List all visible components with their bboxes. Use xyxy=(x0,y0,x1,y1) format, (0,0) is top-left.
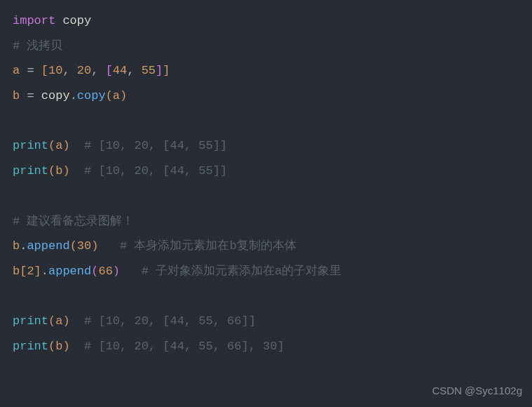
comment-output: # [10, 20, [44, 55, 66]] xyxy=(70,314,256,328)
watermark: CSDN @Syc1102g xyxy=(432,380,522,402)
builtin-print: print xyxy=(13,139,48,152)
paren-open: ( xyxy=(48,139,55,152)
code-line-blank xyxy=(13,184,519,209)
keyword-import: import xyxy=(13,14,55,27)
comment-shallow: # 浅拷贝 xyxy=(13,39,62,53)
code-line-7: print(b) # [10, 20, [44, 55]] xyxy=(13,159,519,184)
paren-close: ) xyxy=(91,239,98,253)
arg-a: a xyxy=(113,89,120,102)
paren-open: ( xyxy=(48,314,55,328)
dot: . xyxy=(41,265,48,278)
comma: , xyxy=(62,64,76,77)
code-line-blank xyxy=(13,284,519,309)
assign-op: = xyxy=(20,64,41,77)
code-line-1: import copy xyxy=(13,8,519,34)
module-copy: copy xyxy=(55,14,91,27)
paren-open: ( xyxy=(91,265,98,278)
comma: , xyxy=(127,64,141,77)
comment-output: # [10, 20, [44, 55]] xyxy=(70,139,227,152)
bracket-open: [ xyxy=(20,265,27,278)
module-copy: copy xyxy=(41,89,70,102)
bracket-open: [ xyxy=(106,64,113,77)
paren-open: ( xyxy=(70,239,77,253)
paren-close: ) xyxy=(62,164,69,178)
bracket-close: ] xyxy=(156,64,163,77)
code-line-6: print(a) # [10, 20, [44, 55]] xyxy=(13,133,519,159)
arg-b: b xyxy=(55,340,62,353)
code-line-9: # 建议看备忘录图解！ xyxy=(13,209,519,234)
num-55: 55 xyxy=(142,64,156,77)
paren-open: ( xyxy=(106,89,113,102)
paren-close: ) xyxy=(62,314,69,328)
paren-close: ) xyxy=(113,265,120,278)
paren-open: ( xyxy=(48,164,55,178)
code-line-2: # 浅拷贝 xyxy=(13,34,519,59)
num-30: 30 xyxy=(77,239,91,253)
num-44: 44 xyxy=(113,64,127,77)
comment-output: # [10, 20, [44, 55, 66], 30] xyxy=(70,340,285,353)
code-line-10: b.append(30) # 本身添加元素加在b复制的本体 xyxy=(13,234,519,259)
code-line-blank xyxy=(13,109,519,134)
code-line-14: print(b) # [10, 20, [44, 55, 66], 30] xyxy=(13,334,519,359)
arg-a: a xyxy=(55,314,62,328)
bracket-close: ] xyxy=(163,64,170,77)
dot: . xyxy=(70,89,77,102)
code-line-11: b[2].append(66) # 子对象添加元素添加在a的子对象里 xyxy=(13,259,519,284)
paren-open: ( xyxy=(48,340,55,353)
builtin-print: print xyxy=(13,314,48,328)
builtin-print: print xyxy=(13,340,48,353)
comment-suggest: # 建议看备忘录图解！ xyxy=(13,215,134,228)
num-20: 20 xyxy=(77,64,91,77)
code-line-13: print(a) # [10, 20, [44, 55, 66]] xyxy=(13,309,519,334)
var-b: b xyxy=(13,239,20,253)
var-a: a xyxy=(13,64,20,77)
num-10: 10 xyxy=(48,64,62,77)
paren-close: ) xyxy=(62,139,69,152)
arg-a: a xyxy=(55,139,62,152)
dot: . xyxy=(20,239,27,253)
code-line-4: b = copy.copy(a) xyxy=(13,84,519,109)
builtin-print: print xyxy=(13,164,48,178)
assign-op: = xyxy=(20,89,41,102)
func-append: append xyxy=(48,265,91,278)
var-b: b xyxy=(13,89,20,102)
comment-b-append: # 本身添加元素加在b复制的本体 xyxy=(98,239,296,253)
func-copy: copy xyxy=(77,89,106,102)
code-line-3: a = [10, 20, [44, 55]] xyxy=(13,58,519,84)
comment-sub-append: # 子对象添加元素添加在a的子对象里 xyxy=(120,265,341,278)
paren-close: ) xyxy=(120,89,127,102)
comma: , xyxy=(91,64,105,77)
num-66: 66 xyxy=(98,265,112,278)
idx-2: 2 xyxy=(27,265,34,278)
bracket-close: ] xyxy=(34,265,41,278)
func-append: append xyxy=(27,239,69,253)
comment-output: # [10, 20, [44, 55]] xyxy=(70,164,227,178)
arg-b: b xyxy=(55,164,62,178)
paren-close: ) xyxy=(62,340,69,353)
var-b: b xyxy=(13,265,20,278)
bracket-open: [ xyxy=(41,64,48,77)
